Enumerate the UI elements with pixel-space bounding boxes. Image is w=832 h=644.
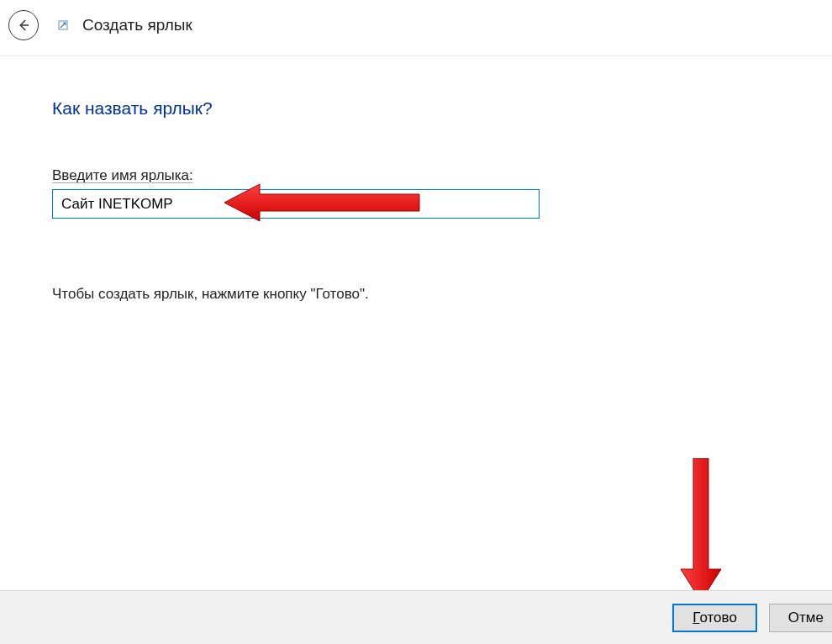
shortcut-name-input[interactable] — [52, 189, 540, 219]
wizard-footer: Готово Отме — [0, 590, 832, 644]
finish-button[interactable]: Готово — [672, 604, 757, 632]
wizard-title: Создать ярлык — [82, 16, 192, 34]
shortcut-icon — [57, 18, 72, 33]
cancel-button[interactable]: Отме — [769, 604, 832, 632]
name-input-label: Введите имя ярлыка: — [52, 167, 780, 184]
wizard-content: Как назвать ярлык? Введите имя ярлыка: Ч… — [0, 56, 832, 303]
svg-marker-2 — [681, 458, 721, 601]
wizard-header: Создать ярлык — [0, 0, 832, 56]
arrow-left-icon — [16, 18, 31, 33]
help-text: Чтобы создать ярлык, нажмите кнопку "Гот… — [52, 286, 780, 303]
annotation-arrow-down-icon — [676, 458, 726, 603]
page-heading: Как назвать ярлык? — [52, 98, 780, 119]
back-button[interactable] — [8, 10, 39, 40]
